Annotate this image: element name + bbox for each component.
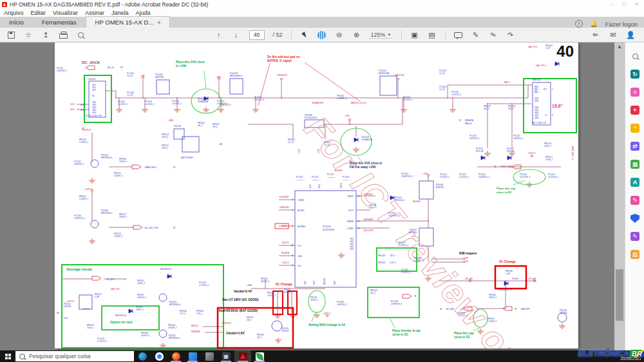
organize-pages-icon[interactable]: ▦ (630, 160, 639, 169)
close-button[interactable]: ✕ (634, 1, 639, 7)
start-button[interactable] (0, 350, 15, 362)
combine-files-icon[interactable]: ⇄ (630, 142, 639, 151)
taskbar-leaf-app-icon[interactable] (251, 350, 268, 362)
schematic-label: ACPRES (298, 225, 305, 228)
zoom-in-icon[interactable]: ⊕ (352, 30, 361, 39)
comment-icon[interactable] (454, 30, 463, 39)
schematic-label: 430KUF_4 (261, 280, 270, 283)
schematic-label: +BAT_RTC (110, 288, 121, 291)
schematic-label: NC (92, 95, 95, 97)
schematic-label: 10KUF_4 (136, 309, 144, 311)
schematic-label: 37 (414, 295, 417, 298)
protect-icon[interactable] (630, 214, 639, 223)
schematic-label: 37 (494, 166, 497, 168)
schematic-label: 2N7002K (281, 330, 289, 332)
schematic-label: PR1038 (378, 254, 385, 257)
taskbar-clock[interactable]: 16:51 20/05/2021 (620, 351, 641, 361)
tab-home[interactable]: Início (0, 17, 33, 28)
menu-ajuda[interactable]: Ajuda (135, 10, 150, 16)
schematic-label: 100KUF_4 (114, 235, 123, 238)
taskbar-camera-icon[interactable] (201, 350, 218, 362)
edit-pdf-icon[interactable]: ≡ (630, 88, 639, 97)
certificates-icon[interactable]: ✎ (630, 232, 639, 241)
schematic-label: 100P/50V_4 (469, 137, 480, 140)
zoom-out-icon[interactable]: ⊖ (335, 30, 344, 39)
star-icon[interactable]: ☆ (24, 30, 33, 39)
scrollbar-thumb[interactable] (616, 269, 623, 321)
envelope-icon[interactable]: ✉ (609, 30, 618, 39)
taskbar-calculator-icon[interactable]: ▦ (218, 350, 234, 362)
more-tools-icon[interactable]: ▤ (630, 250, 639, 259)
taskbar-edge-icon[interactable] (134, 350, 151, 362)
schematic-label: Place this cap (454, 332, 474, 335)
schematic-label: SCL (298, 265, 301, 267)
sign-pen-icon[interactable]: ✎ (589, 28, 602, 41)
schematic-label: BAT_CONN_TOP (532, 122, 546, 124)
schematic-label: AON7405 (409, 231, 417, 234)
maximize-button[interactable]: ▢ (622, 1, 627, 7)
schematic-label: Setting MAX Icharge to 5A (308, 323, 346, 327)
fit-width-icon[interactable]: ▣ (410, 30, 419, 39)
hand-tool-icon[interactable] (317, 30, 327, 39)
create-pdf-icon[interactable]: + (630, 106, 639, 115)
find-icon[interactable] (76, 30, 85, 39)
schematic-label: to +VIN (176, 64, 187, 68)
schematic-label: 75KUF_4 (119, 160, 127, 163)
menu-arquivo[interactable]: Arquivo (4, 10, 24, 16)
schematic-label: 0.1U/25V_4 (296, 179, 305, 181)
taskbar-firefox-icon[interactable] (167, 350, 184, 362)
schematic-label: Vac>17.185V (AC GOOD) (222, 298, 259, 301)
taskbar-acrobat-icon[interactable] (234, 350, 251, 362)
schematic-label: LED0 (70, 103, 75, 106)
menu-visualizar[interactable]: Visualizar (53, 10, 78, 16)
schematic-label: 2N7002K (64, 305, 71, 308)
schematic-label: BQVCC (282, 242, 290, 244)
taskbar-chrome-icon[interactable] (151, 350, 167, 362)
help-icon[interactable]: ? (575, 20, 583, 28)
pencil-icon[interactable]: ✎ (471, 30, 480, 39)
schematic-label: CSON (462, 260, 468, 263)
schematic-label: PD1007 (512, 278, 519, 280)
schematic-label: Place this ZVS close (176, 61, 205, 64)
schematic-label: BATT+ (504, 81, 511, 84)
page-number-input[interactable]: 40 (249, 30, 265, 40)
menu-janela[interactable]: Janela (111, 10, 129, 16)
tab-bar: Início Ferramentas HP OMEN 15-AX D... × … (0, 17, 644, 28)
schematic-label: 2.43KUF_6 (79, 141, 89, 144)
schematic-label: GND (92, 111, 96, 114)
page-display-icon[interactable]: ▤ (428, 30, 437, 39)
comment-icon[interactable]: ❛ (630, 124, 639, 133)
zoom-level-dropdown[interactable]: 125%▼ (370, 32, 393, 39)
person-gear-icon[interactable]: 👤 (626, 30, 635, 39)
vertical-scrollbar[interactable]: ▲ (614, 43, 625, 350)
sign-in-button[interactable]: Fazer logon (605, 21, 638, 28)
notification-bell-icon[interactable]: 🔔 (591, 21, 598, 27)
upload-icon[interactable]: ↥ (41, 30, 50, 39)
tab-close-icon[interactable]: × (157, 19, 160, 26)
menu-assinar[interactable]: Assinar (85, 10, 104, 16)
previous-page-icon[interactable]: ↑ (214, 30, 223, 39)
fill-sign-icon[interactable]: ✎ (488, 29, 498, 40)
next-page-icon[interactable]: ↓ (232, 30, 241, 39)
save-icon[interactable] (6, 30, 15, 39)
schematic-label: +BAT_RTC_I (535, 64, 547, 67)
select-tool-icon[interactable] (300, 30, 309, 39)
minimize-button[interactable]: – (611, 1, 614, 7)
schematic-label: 30 (57, 312, 59, 314)
schematic-label: ACDRV (298, 209, 304, 212)
taskbar-search-input[interactable]: Pesquisar qualquer coisa (15, 351, 134, 361)
tab-tools[interactable]: Ferramentas (33, 17, 86, 28)
send-share-icon[interactable]: ↷ (506, 30, 515, 39)
scroll-up-icon[interactable]: ▲ (614, 44, 625, 50)
search-tool-icon[interactable] (630, 52, 639, 61)
scan-ocr-icon[interactable]: A (630, 178, 639, 187)
schematic-label: 0_6P (506, 272, 510, 275)
taskbar-photos-icon[interactable] (184, 350, 201, 362)
schematic-label: 1M_4 (213, 126, 217, 128)
schematic-label: 1M_4 (198, 124, 202, 127)
fill-sign-icon[interactable]: ✎ (630, 196, 639, 205)
export-pdf-icon[interactable]: ↻ (630, 70, 639, 79)
print-icon[interactable] (59, 30, 68, 39)
menu-editar[interactable]: Editar (31, 10, 46, 16)
tab-document[interactable]: HP OMEN 15-AX D... × (86, 16, 171, 28)
